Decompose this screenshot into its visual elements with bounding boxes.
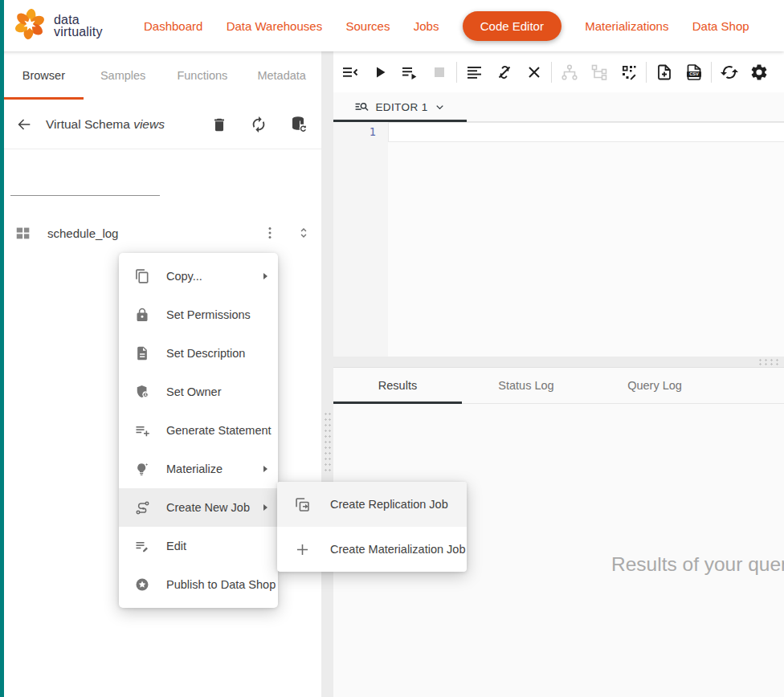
tab-editor-1[interactable]: EDITOR 1 [333, 92, 467, 121]
panel-splitter-handle[interactable] [324, 411, 332, 474]
schema-tree-button[interactable] [584, 56, 614, 88]
menu-item-copy[interactable]: Copy... [119, 257, 278, 296]
new-file-icon [655, 63, 674, 82]
tab-query-log[interactable]: Query Log [590, 368, 719, 403]
star-circle-icon [134, 577, 150, 593]
nav-item-materializations[interactable]: Materializations [585, 19, 668, 33]
reload-metadata-button[interactable] [289, 115, 308, 134]
unlink-button[interactable] [489, 56, 519, 88]
context-menu: Copy... Set Permissions Set Description … [119, 253, 278, 608]
item-menu-button[interactable] [262, 225, 278, 241]
results-splitter-handle[interactable] [757, 358, 782, 365]
toolbar-divider [551, 62, 552, 83]
menu-item-set-permissions[interactable]: Set Permissions [119, 296, 278, 334]
top-navbar: datavirtuality Dashboard Data Warehouses… [0, 0, 784, 51]
playlist-edit-icon [134, 538, 150, 554]
results-tab-bar: Results Status Log Query Log [333, 368, 784, 404]
table-grid-icon [14, 224, 32, 242]
code-editor-area[interactable]: 1 [333, 122, 784, 357]
nav-item-dashboard[interactable]: Dashboard [144, 19, 202, 33]
dots-vertical-icon [262, 225, 278, 241]
export-csv-button[interactable]: CSV [679, 56, 708, 88]
database-refresh-icon [289, 115, 308, 134]
back-button[interactable] [15, 116, 33, 133]
clear-icon [525, 63, 544, 82]
schema-tree-icon [590, 63, 609, 82]
swap-connection-icon [720, 63, 739, 82]
nav-item-data-warehouses[interactable]: Data Warehouses [227, 19, 323, 33]
app-window: datavirtuality Dashboard Data Warehouses… [0, 0, 784, 697]
playlist-add-icon [134, 422, 150, 438]
collapse-editor-list-icon [341, 63, 360, 82]
run-selection-button[interactable] [394, 56, 424, 88]
tree-item-schedule-log[interactable]: schedule_log [4, 218, 321, 248]
run-query-button[interactable] [365, 56, 394, 88]
nav-item-jobs[interactable]: Jobs [414, 19, 439, 33]
new-file-button[interactable] [649, 56, 679, 88]
submenu-caret-icon [263, 504, 267, 511]
schema-name: views [133, 117, 165, 131]
editor-tab-label: EDITOR 1 [375, 101, 427, 113]
tab-results[interactable]: Results [333, 368, 462, 403]
tab-functions[interactable]: Functions [163, 51, 243, 100]
active-code-line[interactable] [388, 122, 784, 142]
tab-status-log[interactable]: Status Log [462, 368, 590, 403]
collapse-editor-list-button[interactable] [335, 56, 365, 88]
chevron-down-icon[interactable] [434, 101, 446, 113]
browser-panel-tabs: Browser Samples Functions Metadata [4, 51, 321, 100]
run-icon [370, 63, 390, 82]
toolbar-divider [456, 62, 457, 83]
dependency-tree-icon [560, 63, 579, 82]
schema-search [10, 176, 160, 196]
manage-search-icon [354, 100, 370, 115]
nav-item-code-editor[interactable]: Code Editor [463, 11, 561, 41]
document-icon [134, 345, 150, 361]
clear-editor-button[interactable] [519, 56, 549, 88]
export-csv-icon: CSV [684, 63, 704, 82]
query-plan-edit-button[interactable] [614, 56, 643, 88]
brand-logo[interactable]: datavirtuality [13, 7, 103, 44]
unlink-icon [495, 63, 514, 82]
dependency-tree-button[interactable] [554, 56, 584, 88]
menu-item-create-materialization-job[interactable]: Create Materialization Job [277, 527, 467, 572]
editor-toolbar: CSV [333, 51, 784, 92]
unfold-more-icon [296, 225, 312, 241]
format-sql-icon [465, 63, 484, 82]
menu-item-publish-to-data-shop[interactable]: Publish to Data Shop [119, 565, 278, 604]
svg-text:CSV: CSV [689, 71, 699, 76]
editor-panel: CSV EDITOR 1 [333, 51, 784, 697]
schema-header: Virtual Schema views [4, 100, 321, 149]
settings-button[interactable] [744, 56, 774, 88]
menu-item-set-owner[interactable]: Set Owner [119, 373, 278, 411]
tree-item-label: schedule_log [47, 226, 262, 240]
brand-name: datavirtuality [54, 14, 103, 38]
nav-item-sources[interactable]: Sources [345, 19, 390, 33]
nav-item-data-shop[interactable]: Data Shop [692, 19, 749, 33]
menu-item-set-description[interactable]: Set Description [119, 334, 278, 373]
menu-item-create-new-job[interactable]: Create New Job [119, 488, 278, 527]
plus-icon [294, 541, 311, 558]
menu-item-edit[interactable]: Edit [119, 527, 278, 565]
toolbar-divider [711, 62, 712, 83]
line-number: 1 [370, 125, 376, 138]
tab-metadata[interactable]: Metadata [242, 51, 321, 100]
results-splitter [333, 357, 784, 368]
menu-item-create-replication-job[interactable]: Create Replication Job [277, 482, 467, 527]
tab-samples[interactable]: Samples [84, 51, 163, 100]
line-number-gutter: 1 [333, 122, 388, 357]
swap-connection-button[interactable] [714, 56, 744, 88]
expand-item-button[interactable] [296, 225, 312, 241]
format-sql-button[interactable] [459, 56, 489, 88]
menu-item-generate-statement[interactable]: Generate Statement [119, 411, 278, 450]
submenu-caret-icon [263, 273, 267, 279]
delete-schema-button[interactable] [210, 116, 228, 133]
menu-item-materialize[interactable]: Materialize [119, 450, 278, 488]
tab-browser[interactable]: Browser [4, 51, 84, 100]
query-plan-edit-icon [619, 63, 639, 82]
refresh-schema-button[interactable] [250, 116, 267, 133]
teal-edge-strip [0, 0, 4, 697]
stop-query-button[interactable] [424, 56, 454, 88]
search-input[interactable] [15, 177, 164, 191]
lightbulb-icon [134, 461, 150, 477]
route-icon [134, 499, 151, 516]
